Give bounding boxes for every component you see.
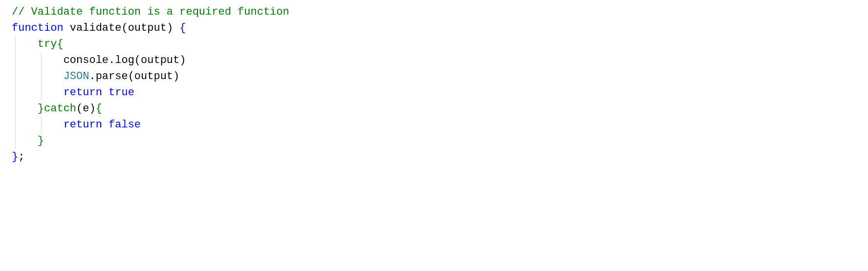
keyword-return: return: [64, 119, 102, 131]
code-line: }: [12, 133, 868, 149]
comment: // Validate function is a required funct…: [12, 6, 289, 18]
paren-open: (: [76, 103, 83, 115]
indent-guide-icon: [41, 84, 42, 101]
whitespace: [12, 70, 64, 83]
whitespace: [64, 22, 70, 34]
literal-true: true: [108, 86, 134, 99]
brace-close: }: [38, 135, 44, 147]
indent-guide-icon: [15, 133, 16, 149]
paren-close: ): [179, 54, 186, 66]
parameter: e: [83, 103, 89, 115]
code-line: console.log(output): [12, 52, 868, 68]
paren-close: ): [173, 70, 179, 83]
brace-close: }: [12, 151, 18, 163]
code-line: // Validate function is a required funct…: [12, 4, 868, 20]
semicolon: ;: [18, 151, 24, 163]
brace-open: {: [179, 22, 186, 34]
paren-close: ): [167, 22, 173, 34]
keyword-function: function: [12, 22, 64, 34]
literal-false: false: [108, 119, 141, 131]
code-line: }catch(e){: [12, 101, 868, 117]
paren-open: (: [121, 22, 128, 34]
indent-guide-icon: [15, 52, 16, 68]
paren-open: (: [134, 54, 141, 66]
brace-open: {: [96, 103, 102, 115]
whitespace: [12, 54, 64, 66]
argument: output: [134, 70, 173, 83]
parameter: output: [128, 22, 167, 34]
indent-guide-icon: [15, 68, 16, 84]
object-name: console: [64, 54, 108, 66]
code-line: return true: [12, 84, 868, 101]
whitespace: [102, 86, 108, 99]
dot: .: [108, 54, 115, 66]
code-line: JSON.parse(output): [12, 68, 868, 84]
code-line: try{: [12, 36, 868, 52]
brace-open: {: [57, 38, 63, 50]
whitespace: [12, 119, 64, 131]
indent-guide-icon: [41, 52, 42, 68]
class-name: JSON: [64, 70, 89, 83]
keyword-try: try: [38, 38, 57, 50]
indent-guide-icon: [15, 101, 16, 117]
method-name: parse: [96, 70, 128, 83]
paren-close: ): [89, 103, 95, 115]
keyword-catch: catch: [44, 103, 76, 115]
paren-open: (: [128, 70, 134, 83]
keyword-return: return: [64, 86, 102, 99]
dot: .: [89, 70, 95, 83]
argument: output: [141, 54, 179, 66]
code-editor[interactable]: // Validate function is a required funct…: [12, 4, 868, 165]
indent-guide-icon: [15, 84, 16, 101]
code-line: };: [12, 149, 868, 165]
whitespace: [173, 22, 179, 34]
indent-guide-icon: [15, 117, 16, 133]
indent-guide-icon: [41, 117, 42, 133]
brace-close: }: [38, 103, 44, 115]
indent-guide-icon: [15, 36, 16, 52]
whitespace: [12, 86, 64, 99]
method-name: log: [115, 54, 134, 66]
code-line: return false: [12, 117, 868, 133]
function-name: validate: [70, 22, 122, 34]
code-line: function validate(output) {: [12, 20, 868, 36]
indent-guide-icon: [41, 68, 42, 84]
whitespace: [102, 119, 108, 131]
